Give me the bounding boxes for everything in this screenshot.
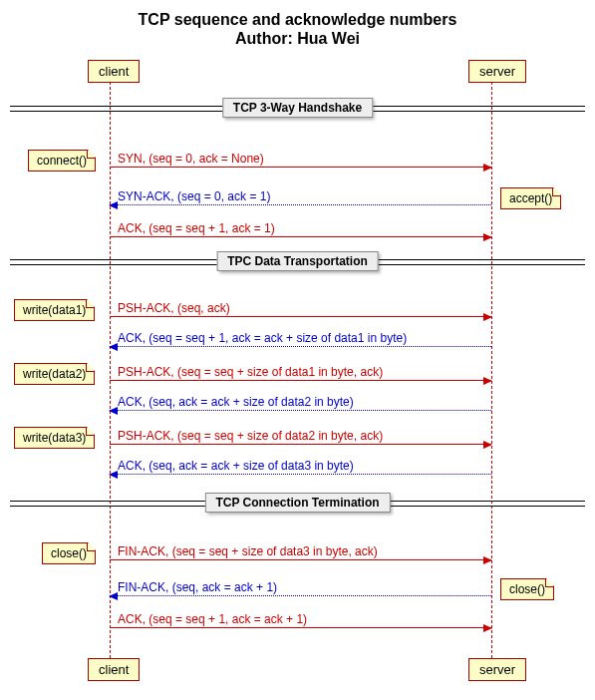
note-close-server: close() xyxy=(500,578,554,600)
message-syn: SYN, (seq = 0, ack = None) xyxy=(110,150,491,168)
message-finack2-label: FIN-ACK, (seq, ack = ack + 1) xyxy=(118,580,277,594)
sequence-diagram: TCP sequence and acknowledge numbers Aut… xyxy=(10,10,585,690)
message-ack-d1: ACK, (seq = seq + 1, ack = ack + size of… xyxy=(110,329,491,347)
message-pshack2-label: PSH-ACK, (seq = seq + size of data1 in b… xyxy=(118,365,383,379)
message-syn-label: SYN, (seq = 0, ack = None) xyxy=(118,152,264,166)
message-synack: SYN-ACK, (seq = 0, ack = 1) xyxy=(110,187,491,205)
title-line-2: Author: Hua Wei xyxy=(235,30,360,47)
message-pshack2: PSH-ACK, (seq = seq + size of data1 in b… xyxy=(110,363,491,381)
note-close-client: close() xyxy=(42,542,96,564)
message-ack-d2: ACK, (seq, ack = ack + size of data2 in … xyxy=(110,393,491,411)
message-pshack1: PSH-ACK, (seq, ack) xyxy=(110,299,491,317)
message-pshack1-label: PSH-ACK, (seq, ack) xyxy=(118,301,230,315)
participant-server-bottom: server xyxy=(468,658,526,681)
note-accept: accept() xyxy=(500,187,561,209)
message-ack-last: ACK, (seq = seq + 1, ack = ack + 1) xyxy=(110,610,491,628)
message-finack1: FIN-ACK, (seq = seq + size of data3 in b… xyxy=(110,542,491,560)
message-ack-last-label: ACK, (seq = seq + 1, ack = ack + 1) xyxy=(118,612,307,626)
diagram-title: TCP sequence and acknowledge numbers Aut… xyxy=(10,10,585,48)
message-ack1: ACK, (seq = seq + 1, ack = 1) xyxy=(110,219,491,237)
message-pshack3: PSH-ACK, (seq = seq + size of data2 in b… xyxy=(110,427,491,445)
message-finack2: FIN-ACK, (seq, ack = ack + 1) xyxy=(110,578,491,596)
participant-client-top: client xyxy=(88,60,140,83)
note-connect: connect() xyxy=(28,150,96,172)
title-line-1: TCP sequence and acknowledge numbers xyxy=(139,11,457,28)
participant-client-bottom: client xyxy=(88,658,140,681)
message-ack-d3-label: ACK, (seq, ack = ack + size of data3 in … xyxy=(118,459,354,473)
message-ack-d3: ACK, (seq, ack = ack + size of data3 in … xyxy=(110,457,491,475)
message-ack-d1-label: ACK, (seq = seq + 1, ack = ack + size of… xyxy=(118,331,407,345)
message-synack-label: SYN-ACK, (seq = 0, ack = 1) xyxy=(118,189,270,203)
message-pshack3-label: PSH-ACK, (seq = seq + size of data2 in b… xyxy=(118,429,383,443)
note-write3: write(data3) xyxy=(14,427,95,449)
note-write1: write(data1) xyxy=(14,299,95,321)
note-write2: write(data2) xyxy=(14,363,95,385)
divider-label-termination: TCP Connection Termination xyxy=(204,493,390,513)
message-ack-d2-label: ACK, (seq, ack = ack + size of data2 in … xyxy=(118,395,354,409)
message-ack1-label: ACK, (seq = seq + 1, ack = 1) xyxy=(118,221,275,235)
divider-label-data: TPC Data Transportation xyxy=(216,251,379,271)
message-finack1-label: FIN-ACK, (seq = seq + size of data3 in b… xyxy=(118,544,378,558)
participant-server-top: server xyxy=(468,60,526,83)
divider-label-handshake: TCP 3-Way Handshake xyxy=(222,98,373,118)
